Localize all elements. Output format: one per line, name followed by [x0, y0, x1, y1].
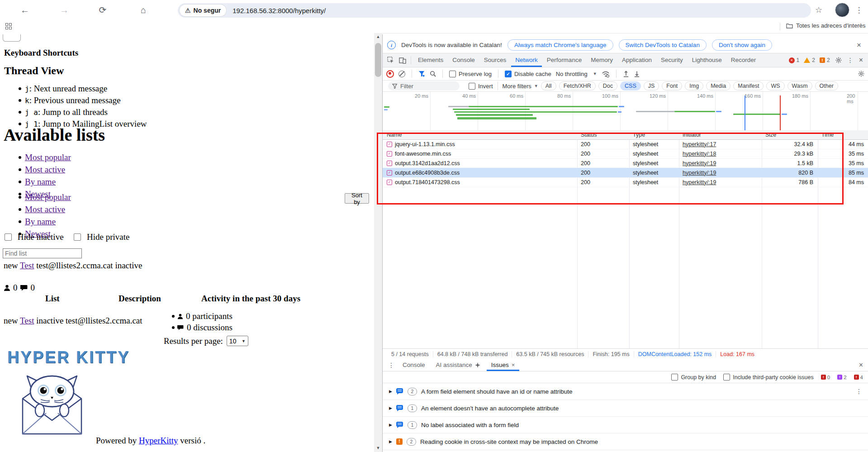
- issues-count-badge[interactable]: ! 2: [820, 57, 830, 63]
- test-list-row-link[interactable]: Test: [20, 316, 34, 325]
- filter-chip-manifest[interactable]: Manifest: [733, 81, 764, 90]
- filter-chip-ws[interactable]: WS: [766, 81, 784, 90]
- search-icon[interactable]: [430, 71, 436, 77]
- settings-gear-icon[interactable]: [835, 57, 842, 64]
- col-status[interactable]: Status: [577, 132, 629, 138]
- link-most-active-2[interactable]: Most active: [25, 205, 65, 214]
- filter-chip-img[interactable]: Img: [685, 81, 703, 90]
- issue-row-no-label[interactable]: ▶ 1 No label associated with a form fiel…: [383, 417, 868, 433]
- expand-triangle-icon[interactable]: ▶: [389, 423, 392, 427]
- issue-kebab-menu-icon[interactable]: ⋮: [856, 388, 862, 395]
- drawer-tab-issues[interactable]: Issues ×: [487, 359, 520, 371]
- devtools-close-icon[interactable]: ×: [856, 56, 866, 64]
- import-har-icon[interactable]: [623, 71, 629, 77]
- include-third-party-checkbox[interactable]: [723, 374, 730, 381]
- back-icon[interactable]: ←: [17, 0, 33, 20]
- invert-filter-control[interactable]: Invert: [469, 83, 493, 90]
- results-per-page-select[interactable]: 10 ▼: [227, 336, 248, 346]
- network-row-output-3142[interactable]: ✓output.3142d1aa2d12.css 200 stylesheet …: [383, 158, 868, 168]
- tab-security[interactable]: Security: [657, 53, 687, 67]
- initiator-link[interactable]: hyperkitty/:19: [679, 179, 762, 186]
- tab-console[interactable]: Console: [448, 53, 479, 67]
- link-most-active[interactable]: Most active: [25, 165, 65, 174]
- tab-application[interactable]: Application: [618, 53, 656, 67]
- more-filters-dropdown[interactable]: More filters ▼: [503, 83, 538, 90]
- preserve-log-checkbox[interactable]: [449, 71, 456, 77]
- network-row-font-awesome[interactable]: ✓font-awesome.min.css 200 stylesheet hyp…: [383, 149, 868, 159]
- export-har-icon[interactable]: [634, 71, 640, 77]
- filter-chip-all[interactable]: All: [541, 81, 556, 90]
- invert-checkbox[interactable]: [469, 83, 475, 90]
- include-third-party-control[interactable]: Include third-party cookie issues: [723, 374, 814, 381]
- filter-chip-font[interactable]: Font: [662, 81, 682, 90]
- col-name[interactable]: Name: [383, 132, 577, 138]
- waterfall-overview[interactable]: 20 ms40 ms60 ms80 ms100 ms120 ms140 ms16…: [383, 92, 868, 131]
- tab-recorder[interactable]: Recorder: [727, 53, 760, 67]
- preserve-log-control[interactable]: Preserve log: [449, 71, 492, 77]
- link-by-name-2[interactable]: By name: [25, 217, 56, 226]
- tab-elements[interactable]: Elements: [414, 53, 447, 67]
- link-most-popular[interactable]: Most popular: [25, 152, 71, 162]
- disable-cache-checkbox[interactable]: ✓: [505, 71, 512, 77]
- devtools-menu-icon[interactable]: ⋮: [845, 57, 855, 64]
- col-time[interactable]: Time: [818, 132, 868, 138]
- tab-network[interactable]: Network: [511, 53, 542, 67]
- security-chip[interactable]: ⚠ No segur: [180, 5, 226, 16]
- network-row-output-e68c-selected[interactable]: ✓output.e68c4908b3de.css 200 stylesheet …: [383, 168, 868, 178]
- url-text[interactable]: 192.168.56.32:8000/hyperkitty/: [232, 7, 326, 14]
- warning-count-badge[interactable]: 2: [804, 57, 815, 63]
- network-conditions-icon[interactable]: [602, 71, 610, 77]
- link-most-popular-2[interactable]: Most popular: [25, 192, 71, 202]
- browser-menu-icon[interactable]: ⋮: [851, 0, 867, 20]
- inspect-element-icon[interactable]: [387, 57, 394, 64]
- device-toolbar-icon[interactable]: [399, 57, 406, 64]
- col-type[interactable]: Type: [629, 132, 679, 138]
- home-icon[interactable]: ⌂: [136, 0, 151, 20]
- tab-memory[interactable]: Memory: [587, 53, 617, 67]
- filter-chip-css[interactable]: CSS: [620, 81, 641, 90]
- network-row-jquery-ui[interactable]: ✓jquery-ui-1.13.1.min.css 200 stylesheet…: [383, 139, 868, 149]
- network-settings-gear-icon[interactable]: [858, 70, 865, 77]
- all-bookmarks-folder[interactable]: Totes les adreces d'interès: [786, 22, 866, 29]
- tab-sources[interactable]: Sources: [480, 53, 511, 67]
- forward-icon[interactable]: →: [57, 0, 72, 20]
- address-bar[interactable]: ⚠ No segur 192.168.56.32:8000/hyperkitty…: [178, 3, 811, 18]
- initiator-link[interactable]: hyperkitty/:19: [679, 160, 762, 167]
- filter-chip-doc[interactable]: Doc: [598, 81, 617, 90]
- network-row-output-7184[interactable]: ✓output.718401473298.css 200 stylesheet …: [383, 177, 868, 187]
- switch-catalan-button[interactable]: Switch DevTools to Catalan: [619, 39, 707, 51]
- tab-performance[interactable]: Performance: [543, 53, 586, 67]
- reload-icon[interactable]: ⟳: [95, 0, 110, 20]
- filter-chip-media[interactable]: Media: [706, 81, 730, 90]
- bookmark-star-icon[interactable]: ☆: [811, 0, 826, 20]
- scrollbar-up-arrow[interactable]: ▲: [374, 33, 382, 41]
- dont-show-again-button[interactable]: Don't show again: [712, 39, 772, 51]
- initiator-link[interactable]: hyperkitty/:18: [679, 151, 762, 157]
- filter-chip-other[interactable]: Other: [815, 81, 838, 90]
- drawer-menu-icon[interactable]: ⋮: [386, 362, 396, 369]
- hide-inactive-checkbox[interactable]: [5, 233, 12, 241]
- tab-lighthouse[interactable]: Lighthouse: [688, 53, 726, 67]
- drawer-tab-console[interactable]: Console: [398, 359, 430, 371]
- filter-chip-js[interactable]: JS: [644, 81, 659, 90]
- col-initiator[interactable]: Initiator: [679, 132, 762, 138]
- initiator-link[interactable]: hyperkitty/:19: [679, 170, 762, 176]
- col-size[interactable]: Size: [762, 132, 818, 138]
- clear-network-log-icon[interactable]: [398, 71, 405, 77]
- issue-row-autocomplete[interactable]: ▶ 1 An element doesn't have an autocompl…: [383, 400, 868, 417]
- initiator-link[interactable]: hyperkitty/:17: [679, 141, 762, 147]
- filter-chip-fetch-xhr[interactable]: Fetch/XHR: [559, 81, 596, 90]
- issues-tab-close-icon[interactable]: ×: [512, 359, 515, 371]
- filter-funnel-icon[interactable]: [418, 71, 425, 77]
- banner-close-icon[interactable]: ×: [854, 41, 864, 50]
- find-list-input[interactable]: [3, 248, 82, 258]
- network-filter-input[interactable]: Filter: [388, 81, 460, 90]
- link-by-name[interactable]: By name: [25, 177, 56, 186]
- hyperkitty-footer-link[interactable]: HyperKitty: [139, 436, 178, 445]
- expand-triangle-icon[interactable]: ▶: [389, 389, 392, 394]
- issue-row-cross-site-cookie[interactable]: ▶ ! 2 Reading cookie in cross-site conte…: [383, 433, 868, 450]
- page-scrollbar[interactable]: ▲ ▼: [374, 33, 382, 452]
- test-list-link[interactable]: Test: [20, 261, 34, 270]
- issue-row-form-field-id[interactable]: ▶ 2 A form field element should have an …: [383, 383, 868, 400]
- scrollbar-thumb[interactable]: [375, 43, 381, 77]
